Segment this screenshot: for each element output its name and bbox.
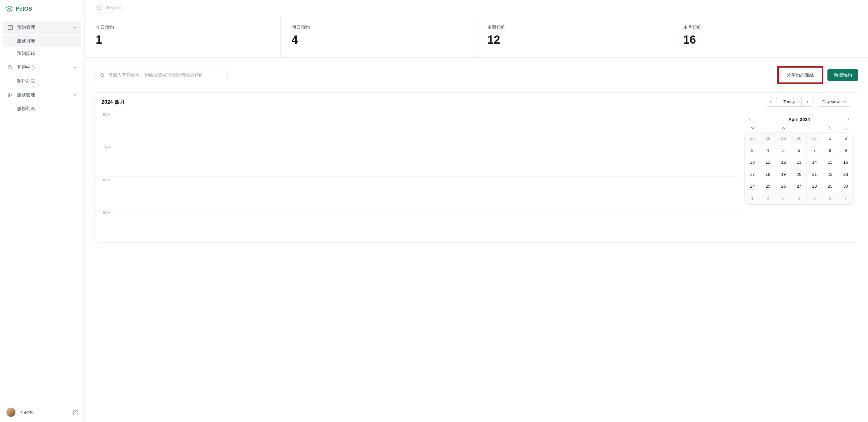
logo[interactable]: PetOS (0, 0, 85, 18)
mini-calendar-day[interactable]: 27 (792, 180, 807, 192)
nav-group-label: 服務管理 (17, 92, 35, 98)
stat-month: 本月預約 16 (672, 16, 868, 57)
mini-calendar-day[interactable]: 24 (745, 180, 760, 192)
avatar[interactable] (6, 407, 16, 417)
stat-value: 16 (683, 33, 858, 47)
calendar-icon (7, 24, 13, 30)
mini-calendar-day[interactable]: 19 (776, 168, 792, 180)
new-appointment-button[interactable]: 新增預約 (828, 69, 858, 81)
nav-item-appointment-records[interactable]: 預約記錄 (3, 48, 82, 59)
mini-calendar-day[interactable]: 29 (776, 133, 792, 144)
svg-point-2 (11, 66, 12, 67)
calendar: 2024 四月 Today Day view (94, 92, 858, 243)
hour-row[interactable]: 7AM (95, 144, 740, 177)
mini-dow-cell: W (776, 126, 792, 130)
layers-icon (6, 5, 13, 12)
mini-calendar-day[interactable]: 5 (807, 192, 822, 204)
mini-dow-cell: T (792, 126, 807, 130)
mini-calendar-day[interactable]: 28 (807, 180, 822, 192)
mini-calendar-title: April 2024 (788, 117, 810, 122)
mini-calendar-day[interactable]: 30 (792, 133, 807, 144)
mini-calendar-day[interactable]: 23 (838, 168, 854, 180)
share-link-highlight: 分享預約連結 (777, 66, 823, 84)
global-search-input[interactable] (106, 5, 857, 10)
mini-calendar-day[interactable]: 18 (760, 168, 776, 180)
main: 今日預約 1 明日預約 4 本週預約 12 本月預約 16 (85, 0, 868, 422)
mini-calendar-day[interactable]: 16 (838, 157, 854, 168)
hour-row[interactable]: 6AM (95, 111, 740, 144)
mini-calendar-day[interactable]: 7 (807, 144, 822, 156)
mini-calendar-day[interactable]: 4 (760, 144, 776, 156)
share-link-button[interactable]: 分享預約連結 (780, 69, 820, 81)
mini-calendar-day[interactable]: 5 (776, 144, 792, 156)
stat-value: 1 (96, 33, 270, 47)
view-select[interactable]: Day view (818, 97, 851, 107)
mini-calendar-day[interactable]: 1 (745, 192, 760, 204)
topbar (85, 0, 868, 16)
mini-calendar-day[interactable]: 3 (745, 144, 760, 156)
hour-row[interactable]: 9AM (95, 209, 740, 242)
prev-button[interactable] (765, 97, 777, 106)
mini-dow-cell: M (744, 126, 760, 130)
mini-prev-button[interactable] (746, 115, 753, 123)
mini-calendar-day[interactable]: 20 (792, 168, 807, 180)
mini-calendar-day[interactable]: 17 (745, 168, 760, 180)
mini-calendar-grid: 2728293031123456789101112131415161718192… (745, 133, 854, 204)
nav-item-service-calendar[interactable]: 服務日曆 (3, 35, 82, 47)
hour-label: 6AM (95, 111, 113, 144)
mini-calendar-day[interactable]: 11 (760, 157, 776, 168)
mini-calendar-day[interactable]: 3 (776, 192, 792, 204)
chevron-down-icon (842, 100, 847, 104)
nav-group-services[interactable]: 服務管理 (3, 88, 82, 102)
mini-next-button[interactable] (845, 115, 852, 123)
mini-calendar-day[interactable]: 10 (745, 157, 760, 168)
calendar-title: 2024 四月 (101, 99, 125, 106)
mini-calendar-day[interactable]: 8 (822, 144, 838, 156)
stat-value: 4 (292, 33, 465, 47)
mini-calendar-day[interactable]: 22 (822, 168, 838, 180)
stat-today: 今日預約 1 (85, 16, 281, 57)
nav-item-service-list[interactable]: 服務列表 (3, 103, 82, 115)
mini-calendar-day[interactable]: 7 (838, 192, 854, 204)
stat-value: 12 (487, 33, 661, 47)
stat-tomorrow: 明日預約 4 (281, 16, 477, 57)
mini-calendar-day[interactable]: 4 (792, 192, 807, 204)
brand-name: PetOS (16, 6, 32, 12)
mini-calendar-day[interactable]: 21 (807, 168, 822, 180)
mini-calendar-day[interactable]: 30 (838, 180, 854, 192)
svg-point-6 (97, 6, 100, 9)
mini-calendar-day[interactable]: 6 (792, 144, 807, 156)
appointment-search-box[interactable] (94, 69, 228, 81)
mini-calendar-day[interactable]: 29 (822, 180, 838, 192)
mini-calendar-day[interactable]: 27 (745, 133, 760, 144)
nav-group-appointments[interactable]: 預約管理 (3, 21, 82, 34)
next-button[interactable] (802, 97, 813, 106)
mini-calendar-day[interactable]: 2 (838, 133, 854, 144)
search-icon (100, 73, 105, 78)
mini-calendar-day[interactable]: 28 (760, 133, 776, 144)
hour-row[interactable]: 8AM (95, 177, 740, 209)
nav-group-label: 預約管理 (17, 25, 35, 30)
mini-calendar-day[interactable]: 25 (760, 180, 776, 192)
today-button[interactable]: Today (777, 97, 802, 106)
mini-calendar-day[interactable]: 26 (776, 180, 792, 192)
svg-point-1 (9, 65, 10, 67)
mini-calendar-day[interactable]: 13 (792, 157, 807, 168)
stat-label: 明日預約 (292, 25, 465, 30)
mini-calendar-day[interactable]: 12 (776, 157, 792, 168)
mini-calendar-day[interactable]: 31 (807, 133, 822, 144)
svg-point-5 (75, 412, 76, 413)
nav-item-customer-list[interactable]: 客戶列表 (3, 75, 82, 87)
nav: 預約管理 服務日曆 預約記錄 客戶中心 (0, 18, 85, 402)
mini-calendar-day[interactable]: 15 (822, 157, 838, 168)
mini-calendar-day[interactable]: 14 (807, 157, 822, 168)
mini-calendar-day[interactable]: 9 (838, 144, 854, 156)
stat-label: 本月預約 (683, 25, 858, 30)
gear-icon[interactable] (72, 409, 79, 415)
mini-calendar-day[interactable]: 1 (822, 133, 838, 144)
mini-calendar-day[interactable]: 2 (760, 192, 776, 204)
view-label: Day view (822, 100, 840, 104)
appointment-search-input[interactable] (108, 73, 223, 78)
nav-group-customers[interactable]: 客戶中心 (3, 61, 82, 74)
mini-calendar-day[interactable]: 6 (822, 192, 838, 204)
